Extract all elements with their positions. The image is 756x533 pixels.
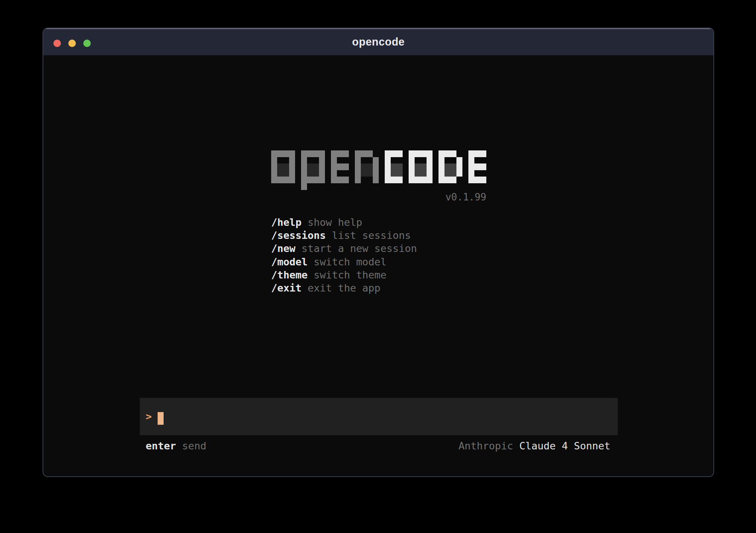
logo-pixel <box>271 163 277 170</box>
command-list-item: /exit exit the app <box>271 281 417 294</box>
logo-pixel <box>271 150 277 157</box>
logo-pixel <box>456 150 462 157</box>
model-indicator[interactable]: Anthropic Claude 4 Sonnet <box>459 440 610 452</box>
logo-pixel <box>397 157 403 164</box>
logo-pixel <box>480 170 486 177</box>
app-window: opencode v0.1.99 /help show help/session… <box>43 28 714 477</box>
traffic-light-zoom[interactable] <box>83 40 91 47</box>
logo-pixel <box>450 177 456 183</box>
logo-pixel <box>289 170 295 177</box>
model-name: Claude 4 Sonnet <box>519 440 610 452</box>
logo-pixel <box>409 150 415 157</box>
logo-pixel <box>456 163 462 170</box>
logo-pixel <box>367 170 373 177</box>
logo-pixel <box>277 150 283 157</box>
logo-pixel <box>283 170 289 177</box>
logo-pixel <box>301 177 307 183</box>
logo-pixel <box>373 157 379 164</box>
logo-pixel <box>468 150 474 157</box>
logo-pixel <box>301 157 307 164</box>
logo-pixel <box>343 177 349 183</box>
logo-pixel <box>343 163 349 170</box>
opencode-logo <box>271 150 486 190</box>
logo-pixel <box>444 177 450 183</box>
logo-pixel <box>427 177 433 183</box>
logo-pixel <box>337 177 343 183</box>
command-name: /sessions <box>271 230 326 241</box>
logo-pixel <box>307 157 313 164</box>
command-help-list: /help show help/sessions list sessions/n… <box>271 216 417 294</box>
logo-pixel <box>421 157 427 164</box>
logo-pixel <box>367 177 373 183</box>
logo-letter-o <box>271 150 295 183</box>
logo-pixel <box>331 170 337 177</box>
logo-pixel <box>319 183 325 190</box>
logo-pixel <box>307 150 313 157</box>
logo-pixel <box>271 157 277 164</box>
logo-pixel <box>355 170 361 177</box>
logo-pixel <box>421 163 427 170</box>
logo-pixel <box>337 170 343 177</box>
logo-pixel <box>355 177 361 183</box>
logo-pixel <box>343 150 349 157</box>
logo-pixel <box>421 150 427 157</box>
logo-pixel <box>450 170 456 177</box>
logo-pixel <box>397 170 403 177</box>
logo-pixel <box>319 163 325 170</box>
logo-pixel <box>361 157 367 164</box>
logo-letter-n <box>355 150 379 183</box>
logo-pixel <box>385 163 391 170</box>
keybind-key: enter <box>146 440 176 452</box>
logo-pixel <box>361 177 367 183</box>
logo-pixel <box>444 170 450 177</box>
logo-pixel <box>409 170 415 177</box>
logo-pixel <box>301 183 307 190</box>
logo-pixel <box>343 170 349 177</box>
logo-pixel <box>319 157 325 164</box>
logo-pixel <box>331 150 337 157</box>
command-name: /help <box>271 216 301 228</box>
command-list-item: /sessions list sessions <box>271 229 417 242</box>
command-name: /theme <box>271 269 308 281</box>
logo-pixel <box>373 163 379 170</box>
logo-pixel <box>367 157 373 164</box>
logo-pixel <box>391 170 397 177</box>
logo-pixel <box>450 157 456 164</box>
keybind-action: send <box>182 440 207 452</box>
message-input[interactable]: > <box>140 398 618 435</box>
logo-pixel <box>391 163 397 170</box>
logo-pixel <box>409 163 415 170</box>
logo-pixel <box>391 157 397 164</box>
logo-pixel <box>283 157 289 164</box>
logo-pixel <box>439 177 444 183</box>
logo-pixel <box>313 157 319 164</box>
logo-pixel <box>355 163 361 170</box>
logo-pixel <box>397 163 403 170</box>
logo-pixel <box>307 170 313 177</box>
logo-pixel <box>355 150 361 157</box>
logo-pixel <box>480 163 486 170</box>
logo-pixel <box>277 170 283 177</box>
logo-pixel <box>421 170 427 177</box>
logo-pixel <box>319 150 325 157</box>
logo-pixel <box>277 163 283 170</box>
logo-pixel <box>391 177 397 183</box>
logo-pixel <box>367 150 373 157</box>
logo-pixel <box>343 157 349 164</box>
command-description: exit the app <box>308 282 381 294</box>
logo-pixel <box>373 177 379 183</box>
logo-pixel <box>456 157 462 164</box>
logo-pixel <box>450 150 456 157</box>
command-description: switch theme <box>314 269 387 281</box>
logo-pixel <box>373 170 379 177</box>
traffic-light-close[interactable] <box>53 40 61 47</box>
text-cursor <box>158 412 164 425</box>
logo-pixel <box>439 163 444 170</box>
logo-pixel <box>301 163 307 170</box>
command-name: /exit <box>271 282 301 294</box>
logo-pixel <box>289 163 295 170</box>
logo-pixel <box>385 170 391 177</box>
logo-pixel <box>439 157 444 164</box>
traffic-light-minimize[interactable] <box>68 40 76 47</box>
logo-pixel <box>468 177 474 183</box>
